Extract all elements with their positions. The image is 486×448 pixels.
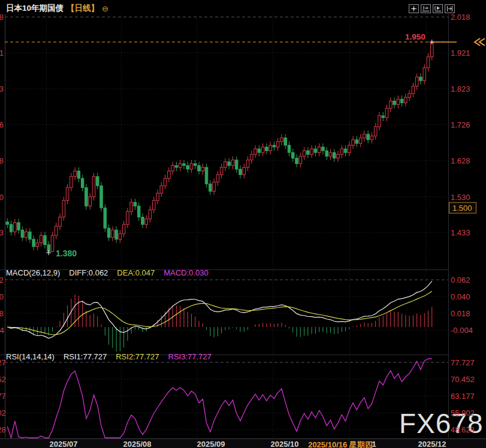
collapse-pane-icon[interactable]: ⊖ bbox=[102, 4, 108, 13]
timeframe-tag: 【日线】 bbox=[67, 3, 99, 14]
y-axis-label-left-clipped: 1.628 bbox=[0, 157, 4, 165]
rsi1-value: RSI1:77.727 bbox=[64, 352, 107, 361]
y-axis-label-left-clipped: 48.628 bbox=[0, 426, 4, 434]
y-axis-label: 0.040 bbox=[451, 293, 470, 301]
rsi3-value: RSI3:77.727 bbox=[168, 352, 212, 361]
y-axis-label: 70.452 bbox=[451, 376, 475, 383]
time-axis[interactable]: 2025/072025/082025/092025/102025/10/16 星… bbox=[0, 438, 486, 448]
time-axis-label: 1 bbox=[372, 440, 376, 448]
y-axis-label: 55.902 bbox=[451, 409, 475, 417]
price-chart-canvas[interactable] bbox=[0, 0, 486, 448]
auto-scroll-icon[interactable] bbox=[433, 4, 443, 13]
y-axis-label: 2.018 bbox=[451, 13, 470, 21]
y-axis-label: 1.823 bbox=[451, 85, 470, 93]
y-axis-label: 1.726 bbox=[451, 120, 470, 128]
y-axis-label: 0.018 bbox=[451, 310, 470, 317]
y-axis-label-left-clipped: 0.018 bbox=[0, 310, 4, 317]
y-axis-label-left-clipped: 63.177 bbox=[0, 392, 4, 400]
y-axis-label-left-clipped: 77.727 bbox=[0, 359, 4, 367]
rsi-indicator-row: RSI(14,14,14) RSI1:77.727 RSI2:77.727 RS… bbox=[6, 352, 212, 361]
y-axis-label: -0.004 bbox=[451, 326, 473, 334]
y-axis-label-left-clipped: 55.902 bbox=[0, 409, 4, 417]
y-axis-label: 1.433 bbox=[451, 229, 470, 237]
go-to-latest-icon[interactable] bbox=[445, 4, 455, 13]
time-axis-crosshair-date: 2025/10/16 星期四 bbox=[308, 440, 373, 448]
time-axis-label: 2025/07 bbox=[50, 440, 78, 448]
y-axis-label: 63.177 bbox=[451, 392, 475, 400]
y-axis-label-left-clipped: 2.018 bbox=[0, 13, 4, 21]
y-axis-label-left-clipped: 1.726 bbox=[0, 120, 4, 128]
rsi2-value: RSI2:77.727 bbox=[116, 352, 159, 361]
zoom-reset-icon[interactable] bbox=[409, 4, 419, 13]
chart-toolbar bbox=[409, 4, 455, 13]
macd-hist-value: MACD:0.030 bbox=[164, 268, 208, 277]
y-axis-label: 0.062 bbox=[451, 276, 470, 284]
alert-price-label[interactable]: 1.500 bbox=[449, 202, 476, 214]
time-axis-label: 2025/12 bbox=[418, 440, 446, 448]
y-axis-label: 48.628 bbox=[451, 426, 475, 434]
time-axis-label: 2025/10 bbox=[271, 440, 299, 448]
y-axis-label: 77.727 bbox=[451, 359, 475, 367]
macd-diff-value: DIFF:0.062 bbox=[69, 268, 108, 277]
y-axis-label-left-clipped: 1.921 bbox=[0, 49, 4, 57]
highest-price-label: 1.950 bbox=[405, 32, 425, 41]
macd-dea-value: DEA:0.047 bbox=[117, 268, 155, 277]
y-axis-label-left-clipped: 0.062 bbox=[0, 276, 4, 284]
rsi-title: RSI(14,14,14) bbox=[6, 352, 55, 361]
y-axis-label-left-clipped: 1.433 bbox=[0, 229, 4, 237]
time-axis-label: 2025/08 bbox=[123, 440, 152, 448]
y-axis-label: 1.921 bbox=[451, 49, 470, 57]
macd-title: MACD(26,12,9) bbox=[6, 268, 60, 277]
lowest-price-label: 1.380 bbox=[56, 249, 77, 258]
y-axis-label-left-clipped: 1.530 bbox=[0, 193, 4, 201]
chart-stage: 日本10年期国债 【日线】 ⊖ 1.950 1.380 1.500 MACD(2… bbox=[0, 0, 486, 448]
y-axis-label-left-clipped: 70.452 bbox=[0, 376, 4, 383]
y-axis-label-left-clipped: 1.823 bbox=[0, 85, 4, 93]
instrument-name: 日本10年期国债 bbox=[6, 3, 64, 14]
chart-title: 日本10年期国债 【日线】 ⊖ bbox=[6, 3, 108, 14]
y-axis-label-left-clipped: -0.004 bbox=[0, 326, 4, 334]
macd-indicator-row: MACD(26,12,9) DIFF:0.062 DEA:0.047 MACD:… bbox=[6, 268, 209, 277]
time-axis-label: 2025/09 bbox=[197, 440, 225, 448]
y-axis-label: 1.530 bbox=[451, 193, 470, 201]
y-axis-label-left-clipped: 0.040 bbox=[0, 293, 4, 301]
x-axis-scale-icon[interactable] bbox=[421, 4, 431, 13]
y-axis-label: 1.628 bbox=[451, 157, 470, 165]
